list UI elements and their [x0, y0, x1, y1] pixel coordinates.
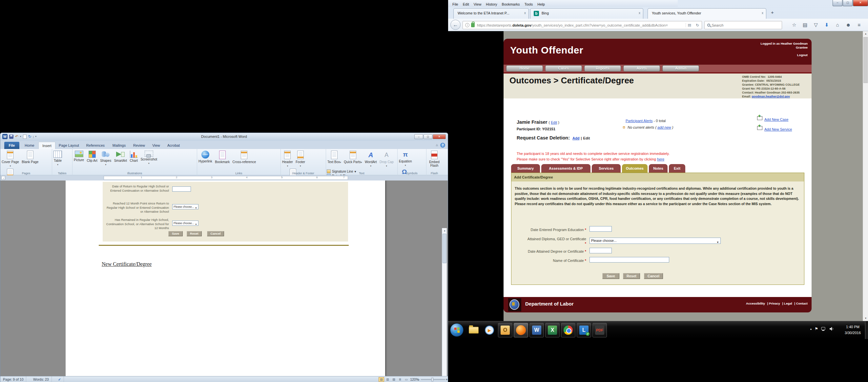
privacy-link[interactable]: Privacy [769, 302, 780, 305]
menu-bookmarks[interactable]: Bookmarks [500, 2, 522, 6]
action-center-flag-icon[interactable]: ⚑ [814, 327, 818, 331]
zoom-slider-thumb[interactable] [431, 378, 433, 381]
taskbar-clock[interactable]: 1:40 PM 3/30/2016 [845, 324, 861, 336]
tab-assessments-idp[interactable]: Assessments & IDP [541, 164, 590, 173]
tab-close-icon[interactable]: x [762, 11, 763, 15]
word-restore-button[interactable]: ◻ [424, 134, 432, 139]
network-icon[interactable] [821, 327, 826, 331]
show-desktop-button[interactable] [865, 321, 868, 339]
scroll-down-arrow[interactable]: ▼ [863, 316, 868, 321]
tab-close-icon[interactable]: x [524, 11, 526, 15]
word-count-indicator[interactable]: Words: 23 [31, 376, 52, 382]
quick-parts-button[interactable]: Quick Parts▾ [343, 150, 363, 165]
tab-services[interactable]: Services [592, 164, 621, 173]
nav-reports-button[interactable]: Reports [584, 65, 621, 71]
chart-button[interactable]: Chart [129, 150, 138, 163]
menu-file[interactable]: File [450, 2, 461, 6]
outline-view-button[interactable]: ≣ [397, 377, 403, 382]
volume-icon[interactable] [829, 327, 834, 331]
ribbon-tab-view[interactable]: View [149, 142, 164, 149]
feedback-icon[interactable]: ☻ [844, 21, 853, 29]
taskbar-word-icon[interactable]: W [529, 323, 544, 337]
browser-tab-bing[interactable]: b Bing x [530, 8, 643, 19]
wordart-button[interactable]: AWordArt▾ [364, 150, 378, 168]
screenshot-button[interactable]: Screenshot▾ [140, 150, 158, 166]
page-info-icon[interactable]: i [465, 23, 469, 27]
cancel-button[interactable]: Cancel [644, 273, 663, 279]
taskbar-acrobat-icon[interactable]: PDF [592, 323, 607, 337]
taskbar-outlook-icon[interactable]: O [498, 323, 513, 337]
cover-page-button[interactable]: Cover Page▾ [1, 150, 20, 168]
accessibility-link[interactable]: Accessibility [746, 302, 765, 305]
search-box[interactable] [704, 21, 782, 29]
restore-button[interactable]: ◻ [843, 0, 852, 6]
case-deletion-add-link[interactable]: Add [572, 136, 579, 140]
close-button[interactable]: ✕ [853, 0, 868, 6]
ribbon-tab-acrobat[interactable]: Acrobat [164, 142, 183, 149]
ribbon-tab-page-layout[interactable]: Page Layout [56, 142, 82, 149]
downloads-icon[interactable]: ⬇ [822, 21, 831, 29]
ribbon-tab-home[interactable]: Home [21, 142, 38, 149]
taskbar-chrome-icon[interactable] [561, 323, 576, 337]
tab-summary[interactable]: Summary [511, 164, 540, 173]
new-tab-button[interactable]: + [771, 9, 774, 15]
nav-alerts-button[interactable]: Alerts [623, 65, 660, 71]
add-new-alert-link[interactable]: add new [657, 125, 671, 129]
ribbon-tab-mailings[interactable]: Mailings [108, 142, 130, 149]
legal-link[interactable]: Legal [784, 302, 792, 305]
table-button[interactable]: Table▾ [53, 150, 63, 167]
menu-view[interactable]: View [471, 2, 484, 6]
warning-here-link[interactable]: here [657, 157, 664, 161]
hyperlink-button[interactable]: Hyperlink [198, 150, 213, 164]
clip-art-button[interactable]: Clip Art [86, 150, 98, 163]
date-entered-input[interactable] [589, 226, 612, 232]
ribbon-tab-insert-active[interactable]: Insert [38, 142, 56, 149]
cross-reference-button[interactable]: Cross-reference [232, 150, 257, 164]
bookmarks-menu-icon[interactable]: ▤ [800, 21, 810, 29]
logout-link[interactable]: Logout [797, 53, 808, 57]
tab-stop-selector[interactable]: ⌌ [1, 176, 5, 180]
taskbar-lync-icon[interactable]: L✓ [577, 323, 591, 337]
word-scroll-up-arrow[interactable]: ▲ [442, 228, 447, 233]
tab-close-icon[interactable]: x [639, 11, 640, 15]
ribbon-tab-file[interactable]: File [4, 142, 19, 149]
nav-admin-button[interactable]: Admin [662, 65, 699, 71]
certificate-name-input[interactable] [589, 257, 669, 263]
minimize-button[interactable]: – [833, 0, 842, 6]
equation-button[interactable]: πEquation▾ [398, 150, 412, 167]
browser-tab-youth-offender-active[interactable]: Youth services, Youth Offender x [648, 8, 766, 19]
participant-alerts-link[interactable]: Participant Alerts [626, 119, 653, 123]
browser-tab-eta-intranet[interactable]: Welcome to the ETA Intranet P... x [453, 8, 529, 19]
menu-edit[interactable]: Edit [461, 2, 471, 6]
add-new-case-link[interactable]: Add New Case [764, 117, 788, 121]
search-input[interactable] [712, 23, 767, 27]
spellcheck-icon[interactable]: ✓ [56, 376, 64, 382]
ribbon-tab-review[interactable]: Review [130, 142, 149, 149]
save-button[interactable]: Save [602, 273, 619, 279]
document-page[interactable]: Date of Return to Regular High School or… [66, 180, 385, 376]
menu-history[interactable]: History [484, 2, 499, 6]
footer-button[interactable]: Footer▾ [295, 150, 306, 168]
fullscreen-reading-view-button[interactable]: ▥ [385, 377, 391, 382]
tab-notes[interactable]: Notes [649, 164, 668, 173]
omb-email-link[interactable]: goodman.heather@dol.gov [752, 95, 790, 98]
url-bar[interactable]: i https://testetareports.doleta.gov/yout… [463, 21, 702, 29]
blank-page-button[interactable]: Blank Page [21, 150, 39, 164]
embed-flash-button[interactable]: Embed Flash [427, 150, 441, 168]
tab-exit[interactable]: Exit [669, 164, 685, 173]
https-lock-icon[interactable] [471, 23, 475, 27]
taskbar-media-player-icon[interactable]: ▶ [482, 323, 497, 337]
participant-edit-link[interactable]: Edit [551, 120, 557, 124]
zoom-out-button[interactable]: – [417, 376, 420, 382]
attained-diploma-select[interactable]: Please choose...▼ [589, 238, 721, 244]
smartart-button[interactable]: SmartArt [114, 150, 128, 163]
collapse-ribbon-icon[interactable]: △ [436, 143, 438, 146]
reader-mode-icon[interactable]: ▤ [686, 23, 693, 27]
menu-tools[interactable]: Tools [522, 2, 535, 6]
add-new-service-link[interactable]: Add New Service [764, 127, 792, 131]
picture-button[interactable]: Picture [73, 150, 85, 162]
print-layout-view-button[interactable]: ▤ [378, 377, 384, 382]
scrollbar-thumb[interactable] [863, 37, 868, 83]
taskbar-firefox-icon[interactable] [514, 323, 528, 337]
shapes-button[interactable]: Shapes▾ [99, 150, 112, 167]
